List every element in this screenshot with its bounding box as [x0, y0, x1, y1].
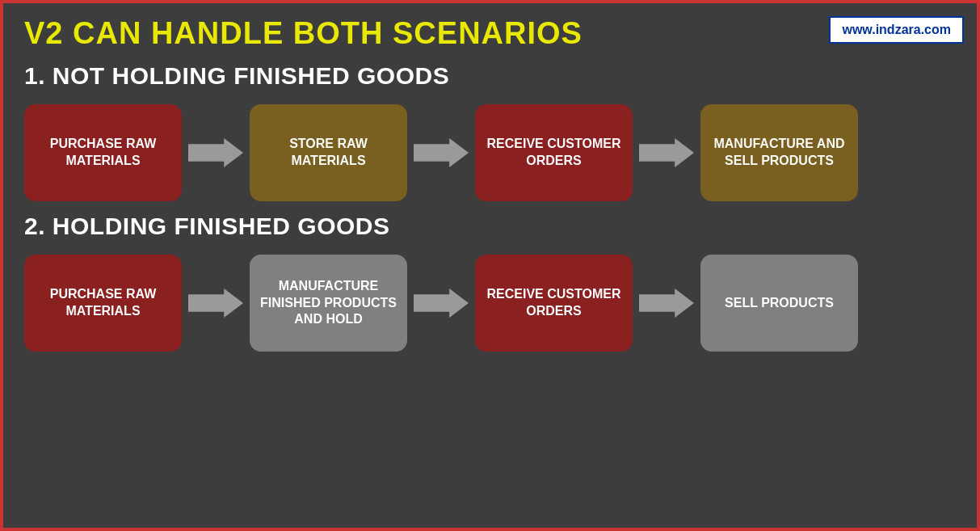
s1-box-1: PURCHASE RAW MATERIALS — [24, 104, 182, 201]
arrow-6 — [639, 289, 694, 318]
s1-box-2: STORE RAW MATERIALS — [250, 104, 407, 201]
s2-box-2: MANUFACTURE FINISHED PRODUCTS AND HOLD — [250, 255, 407, 352]
arrow-5 — [414, 289, 469, 318]
arrow-3 — [639, 138, 694, 167]
arrow-1 — [188, 138, 243, 167]
section1-title: 1. NOT HOLDING FINISHED GOODS — [24, 62, 956, 90]
section2-title: 2. HOLDING FINISHED GOODS — [24, 213, 956, 240]
section2-flow: PURCHASE RAW MATERIALS MANUFACTURE FINIS… — [24, 255, 956, 352]
arrow-2 — [414, 138, 469, 167]
main-container: V2 CAN HANDLE BOTH SCENARIOS www.indzara… — [0, 0, 980, 531]
website-badge: www.indzara.com — [829, 16, 964, 44]
s1-box-3: RECEIVE CUSTOMER ORDERS — [475, 104, 633, 201]
s1-box-4: MANUFACTURE AND SELL PRODUCTS — [700, 104, 858, 201]
s2-box-1: PURCHASE RAW MATERIALS — [24, 255, 182, 352]
s2-box-3: RECEIVE CUSTOMER ORDERS — [475, 255, 633, 352]
main-title: V2 CAN HANDLE BOTH SCENARIOS — [24, 16, 956, 51]
arrow-4 — [188, 289, 243, 318]
s2-box-4: SELL PRODUCTS — [700, 255, 858, 352]
section1-flow: PURCHASE RAW MATERIALS STORE RAW MATERIA… — [24, 104, 956, 201]
